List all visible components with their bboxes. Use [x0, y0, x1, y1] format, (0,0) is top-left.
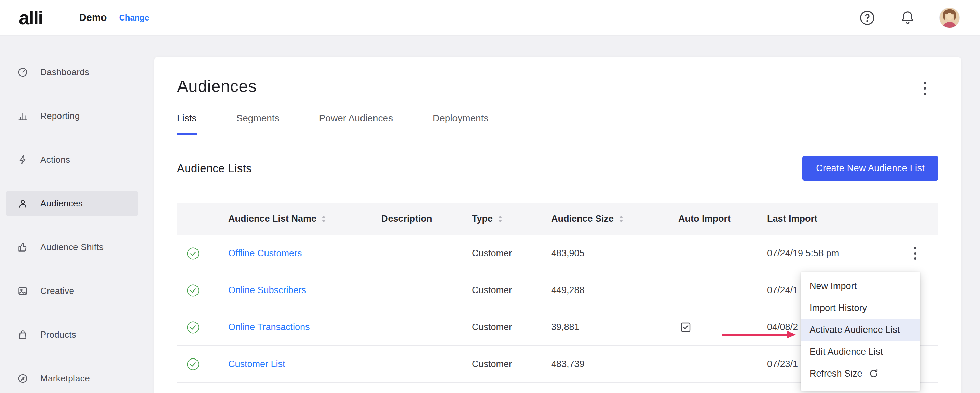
- section-header-row: Audience Lists Create New Audience List: [154, 156, 961, 181]
- change-account-link[interactable]: Change: [119, 13, 149, 22]
- check-circle-icon: [186, 247, 200, 260]
- pointer-annotation-arrow: [787, 331, 796, 338]
- sidebar-item-label: Audience Shifts: [40, 242, 103, 253]
- table-row: Offline Customers Customer 483,905 07/24…: [177, 235, 938, 272]
- sidebar-nav: Dashboards Reporting Actions Audiences A…: [0, 35, 145, 393]
- sidebar-item-label: Reporting: [40, 111, 80, 121]
- check-circle-icon: [186, 321, 200, 334]
- bag-icon: [17, 329, 29, 340]
- th-last-import: Last Import: [767, 213, 908, 224]
- menu-item-edit-audience-list[interactable]: Edit Audience List: [800, 341, 920, 363]
- thumbs-up-icon: [17, 242, 29, 253]
- tab-bar: Lists Segments Power Audiences Deploymen…: [154, 113, 961, 135]
- create-new-audience-list-button[interactable]: Create New Audience List: [802, 156, 938, 181]
- page-title: Audiences: [177, 76, 938, 96]
- sidebar-item-audiences[interactable]: Audiences: [6, 191, 138, 216]
- sidebar-item-label: Actions: [40, 154, 70, 165]
- th-description: Description: [381, 213, 472, 224]
- auto-import-checkbox[interactable]: [680, 322, 691, 333]
- section-title: Audience Lists: [177, 162, 252, 175]
- type-cell: Customer: [472, 322, 551, 333]
- image-icon: [17, 285, 29, 297]
- tab-power-audiences[interactable]: Power Audiences: [319, 113, 393, 135]
- row-context-menu: New Import Import History Activate Audie…: [800, 272, 920, 391]
- th-audience-size[interactable]: Audience Size: [551, 213, 678, 224]
- menu-item-new-import[interactable]: New Import: [800, 275, 920, 297]
- gauge-icon: [17, 67, 29, 78]
- audience-list-link[interactable]: Online Transactions: [228, 322, 310, 333]
- pointer-annotation-line: [722, 334, 788, 336]
- lightning-icon: [17, 154, 29, 165]
- check-circle-icon: [186, 358, 200, 371]
- person-icon: [17, 198, 29, 209]
- audience-list-link[interactable]: Online Subscribers: [228, 285, 306, 296]
- card-menu-kebab-icon[interactable]: [918, 79, 931, 97]
- auto-import-cell: [678, 322, 767, 333]
- header-divider: [58, 8, 58, 28]
- last-import-cell: 07/24/19 5:58 pm: [767, 248, 908, 259]
- sort-arrows-icon[interactable]: [321, 215, 326, 223]
- audience-list-link[interactable]: Customer List: [228, 359, 285, 369]
- sidebar-item-label: Marketplace: [40, 373, 90, 384]
- size-cell: 483,739: [551, 359, 678, 369]
- user-avatar[interactable]: [940, 8, 959, 28]
- sidebar-item-creative[interactable]: Creative: [6, 278, 138, 304]
- status-cell: [177, 284, 228, 297]
- sort-arrows-icon[interactable]: [619, 215, 624, 223]
- sidebar-item-actions[interactable]: Actions: [6, 147, 138, 172]
- size-cell: 483,905: [551, 248, 678, 259]
- th-type[interactable]: Type: [472, 213, 551, 224]
- status-cell: [177, 321, 228, 334]
- check-circle-icon: [186, 284, 200, 297]
- table-header-row: Audience List Name Description Type Audi…: [177, 203, 938, 235]
- account-name: Demo: [79, 12, 107, 23]
- sidebar-item-reporting[interactable]: Reporting: [6, 103, 138, 129]
- th-audience-list-name[interactable]: Audience List Name: [228, 213, 381, 224]
- sidebar-item-dashboards[interactable]: Dashboards: [6, 60, 138, 85]
- audience-list-link[interactable]: Offline Customers: [228, 248, 302, 259]
- sidebar-item-label: Audiences: [40, 198, 83, 209]
- alli-logo: alli: [19, 6, 43, 29]
- type-cell: Customer: [472, 248, 551, 259]
- notifications-bell-icon[interactable]: [899, 10, 916, 26]
- menu-item-activate-audience-list[interactable]: Activate Audience List: [800, 319, 920, 341]
- status-cell: [177, 247, 228, 260]
- type-cell: Customer: [472, 285, 551, 296]
- help-icon[interactable]: [859, 10, 875, 26]
- sidebar-item-label: Creative: [40, 286, 74, 296]
- row-actions-kebab-icon[interactable]: [908, 245, 922, 263]
- menu-item-refresh-size[interactable]: Refresh Size: [800, 363, 920, 385]
- tab-segments[interactable]: Segments: [237, 113, 280, 135]
- compass-icon: [17, 373, 29, 384]
- sidebar-item-products[interactable]: Products: [6, 322, 138, 347]
- sort-arrows-icon[interactable]: [498, 215, 503, 223]
- sidebar-item-audience-shifts[interactable]: Audience Shifts: [6, 235, 138, 260]
- sidebar-item-label: Dashboards: [40, 67, 89, 78]
- refresh-icon: [869, 368, 879, 379]
- header-icons: [859, 0, 959, 35]
- sidebar-item-label: Products: [40, 329, 76, 340]
- size-cell: 39,881: [551, 322, 678, 333]
- top-header: alli Demo Change: [0, 0, 980, 35]
- tab-lists[interactable]: Lists: [177, 113, 197, 135]
- th-auto-import: Auto Import: [678, 213, 767, 224]
- type-cell: Customer: [472, 359, 551, 369]
- card-title-row: Audiences: [154, 57, 961, 96]
- status-cell: [177, 358, 228, 371]
- menu-item-import-history[interactable]: Import History: [800, 297, 920, 319]
- sidebar-item-marketplace[interactable]: Marketplace: [6, 366, 138, 391]
- tab-deployments[interactable]: Deployments: [433, 113, 488, 135]
- size-cell: 449,288: [551, 285, 678, 296]
- bar-chart-icon: [17, 110, 29, 122]
